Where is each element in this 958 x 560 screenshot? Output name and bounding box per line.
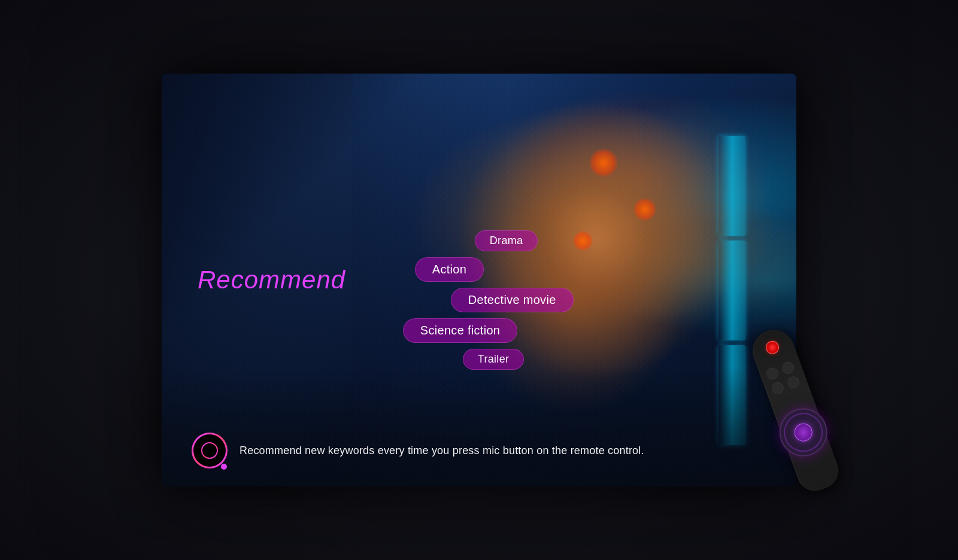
remote-btn-1[interactable] bbox=[765, 366, 780, 382]
dpad[interactable] bbox=[772, 401, 834, 463]
mic-button[interactable] bbox=[192, 433, 228, 468]
remote-top-buttons bbox=[765, 360, 802, 395]
tv-set: Recommend Drama Action Detective movie S… bbox=[162, 74, 796, 486]
svg-point-0 bbox=[202, 443, 217, 458]
remote-btn-4[interactable] bbox=[786, 375, 801, 391]
bottom-instruction-text: Recommend new keywords every time you pr… bbox=[240, 445, 644, 457]
remote-btn-3[interactable] bbox=[770, 381, 786, 396]
chip-trailer[interactable]: Trailer bbox=[463, 349, 524, 370]
chip-row-detective: Detective movie bbox=[403, 288, 574, 312]
bottom-bar: Recommend new keywords every time you pr… bbox=[192, 433, 766, 468]
remote-btn-2[interactable] bbox=[780, 360, 796, 376]
keyword-chips-area: Drama Action Detective movie Science fic… bbox=[403, 230, 574, 370]
chip-row-action: Action bbox=[403, 257, 484, 282]
chip-scifi[interactable]: Science fiction bbox=[403, 318, 517, 343]
recommend-title: Recommend bbox=[198, 266, 345, 294]
dpad-outer bbox=[772, 401, 834, 463]
chip-row-drama: Drama bbox=[403, 230, 538, 251]
chip-drama[interactable]: Drama bbox=[475, 230, 538, 251]
chip-row-trailer: Trailer bbox=[403, 349, 524, 370]
mic-svg bbox=[201, 442, 218, 459]
tv-screen: Recommend Drama Action Detective movie S… bbox=[162, 74, 796, 486]
bottom-gradient-overlay bbox=[162, 367, 796, 486]
chip-detective[interactable]: Detective movie bbox=[451, 288, 574, 312]
mic-dot bbox=[221, 464, 227, 470]
chip-row-scifi: Science fiction bbox=[403, 318, 517, 343]
chip-action[interactable]: Action bbox=[415, 257, 484, 282]
power-button[interactable] bbox=[764, 339, 781, 356]
